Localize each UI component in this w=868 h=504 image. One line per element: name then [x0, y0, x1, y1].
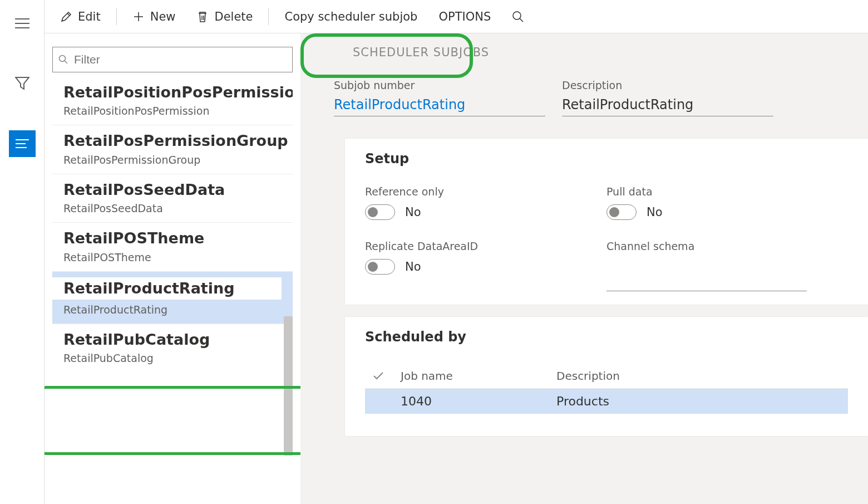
replicate-toggle[interactable]: [365, 259, 395, 275]
setup-heading: Setup: [365, 151, 848, 167]
list-item-title: RetailPosPermissionGroup: [63, 132, 282, 150]
scheduled-by-card: Scheduled by Job name Description 1040 P…: [345, 317, 868, 436]
col-job-name[interactable]: Job name: [401, 369, 556, 383]
pull-data-field: Pull data No: [606, 185, 848, 220]
channel-schema-input[interactable]: [606, 275, 807, 291]
list-item-title: RetailProductRating: [63, 280, 282, 297]
list-item-subtitle: RetailPosSeedData: [63, 202, 282, 214]
list-item-subtitle: RetailPosPermissionGroup: [63, 154, 282, 166]
section-header: SCHEDULER SUBJOBS: [334, 46, 868, 59]
hamburger-icon[interactable]: [9, 10, 36, 37]
check-icon[interactable]: [373, 371, 401, 380]
field-label: Subjob number: [334, 79, 545, 91]
copy-label: Copy scheduler subjob: [284, 10, 417, 23]
filter-input[interactable]: [74, 53, 287, 66]
field-label: Reference only: [365, 185, 606, 198]
list-item-selected[interactable]: RetailProductRating RetailProductRating: [52, 272, 293, 324]
lines-icon[interactable]: [9, 130, 36, 157]
edit-label: Edit: [78, 10, 101, 23]
list-item-subtitle: RetailPubCatalog: [63, 352, 282, 364]
list-item-subtitle: RetailProductRating: [52, 304, 282, 316]
pull-data-toggle[interactable]: [606, 204, 637, 220]
channel-schema-field: Channel schema: [606, 240, 848, 291]
cell-job-name: 1040: [401, 394, 556, 408]
list-item-subtitle: RetailPositionPosPermission: [63, 105, 282, 117]
search-icon: [512, 11, 524, 23]
delete-label: Delete: [214, 10, 253, 23]
list-item[interactable]: RetailPositionPosPermission RetailPositi…: [52, 77, 293, 125]
list-item[interactable]: RetailPubCatalog RetailPubCatalog: [52, 324, 293, 372]
detail-pane: SCHEDULER SUBJOBS Subjob number RetailPr…: [300, 33, 868, 504]
edit-button[interactable]: Edit: [55, 7, 106, 26]
record-list: RetailPositionPosPermission RetailPositi…: [52, 77, 293, 504]
reference-only-field: Reference only No: [365, 185, 606, 220]
delete-button[interactable]: Delete: [191, 7, 258, 26]
subjob-number-value[interactable]: RetailProductRating: [334, 97, 545, 116]
setup-card: Setup Reference only No Pull data No: [345, 139, 868, 305]
list-item-title: RetailPositionPosPermission: [63, 84, 282, 101]
toggle-value: No: [405, 205, 421, 219]
plus-icon: [132, 11, 145, 23]
col-description[interactable]: Description: [556, 369, 840, 383]
table-header-row: Job name Description: [365, 364, 848, 389]
options-label: OPTIONS: [438, 10, 491, 23]
trash-icon: [196, 11, 209, 23]
scheduled-by-table: Job name Description 1040 Products: [365, 364, 848, 414]
filter-box[interactable]: [52, 47, 293, 72]
separator: [116, 8, 117, 25]
svg-point-1: [60, 56, 66, 62]
description-value[interactable]: RetailProductRating: [562, 97, 773, 116]
list-item[interactable]: RetailPosSeedData RetailPosSeedData: [52, 174, 293, 223]
list-item[interactable]: RetailPOSTheme RetailPOSTheme: [52, 223, 293, 271]
field-label: Pull data: [606, 185, 848, 198]
left-rail: [0, 0, 45, 504]
svg-point-0: [513, 12, 521, 19]
action-toolbar: Edit New Delete Copy scheduler subjob OP…: [45, 0, 868, 33]
copy-subjob-button[interactable]: Copy scheduler subjob: [279, 7, 423, 26]
record-list-pane: RetailPositionPosPermission RetailPositi…: [45, 33, 300, 504]
list-item-subtitle: RetailPOSTheme: [63, 251, 282, 263]
search-button[interactable]: [506, 8, 530, 26]
table-row[interactable]: 1040 Products: [365, 389, 848, 414]
field-label: Channel schema: [606, 240, 848, 252]
toggle-value: No: [405, 260, 421, 273]
cell-description: Products: [556, 394, 840, 408]
filter-icon[interactable]: [9, 70, 36, 97]
list-item-title: RetailPubCatalog: [63, 331, 282, 349]
field-label: Description: [562, 79, 773, 91]
separator: [268, 8, 269, 25]
reference-only-toggle[interactable]: [365, 204, 395, 220]
new-button[interactable]: New: [127, 7, 181, 26]
new-label: New: [150, 10, 176, 23]
scrollbar[interactable]: [284, 316, 293, 456]
toggle-value: No: [647, 205, 663, 219]
field-label: Replicate DataAreaID: [365, 240, 606, 252]
list-item-title: RetailPosSeedData: [63, 181, 282, 199]
description-field: Description RetailProductRating: [562, 79, 773, 116]
list-item[interactable]: RetailPosPermissionGroup RetailPosPermis…: [52, 125, 293, 174]
replicate-field: Replicate DataAreaID No: [365, 240, 606, 291]
search-icon: [58, 55, 68, 65]
subjob-number-field: Subjob number RetailProductRating: [334, 79, 545, 116]
options-button[interactable]: OPTIONS: [433, 7, 496, 26]
list-item-title: RetailPOSTheme: [63, 229, 282, 247]
pencil-icon: [60, 11, 72, 23]
scheduled-by-heading: Scheduled by: [365, 329, 848, 345]
